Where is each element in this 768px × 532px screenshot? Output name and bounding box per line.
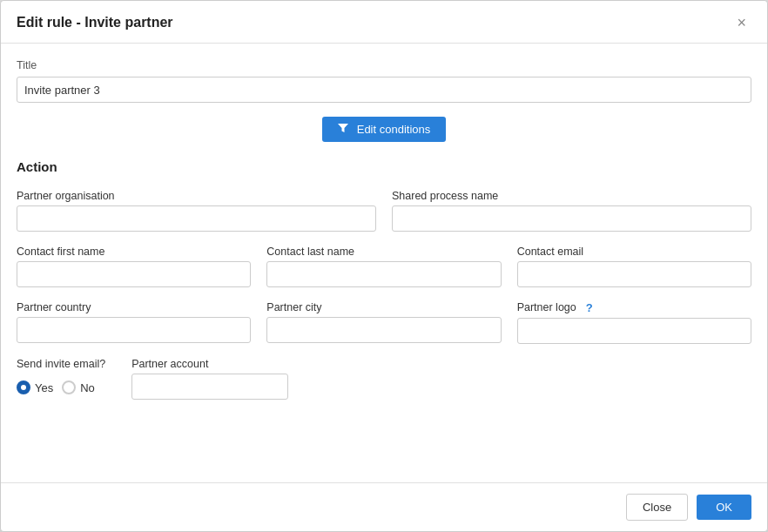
modal-header: Edit rule - Invite partner ×	[1, 1, 767, 44]
filter-icon	[338, 123, 348, 136]
ok-button[interactable]: OK	[697, 495, 751, 520]
form-row-2: Contact first name Contact last name Con…	[17, 246, 751, 287]
contact-last-name-label: Contact last name	[266, 246, 501, 258]
partner-organisation-label: Partner organisation	[17, 190, 376, 202]
send-invite-no-option[interactable]: No	[62, 380, 95, 394]
title-section: Title	[17, 59, 751, 103]
partner-organisation-input[interactable]	[17, 205, 376, 232]
modal-footer: Close OK	[1, 482, 767, 531]
partner-logo-col: Partner logo ?	[517, 301, 751, 344]
partner-organisation-col: Partner organisation	[17, 190, 376, 232]
contact-first-name-col: Contact first name	[17, 246, 251, 287]
partner-logo-label: Partner logo ?	[517, 301, 751, 314]
contact-email-label: Contact email	[517, 246, 751, 258]
close-x-button[interactable]: ×	[731, 13, 751, 32]
action-heading: Action	[17, 159, 751, 174]
shared-process-name-label: Shared process name	[392, 190, 751, 202]
send-invite-radio-group: Yes No	[17, 380, 105, 394]
contact-email-col: Contact email	[517, 246, 751, 287]
title-input[interactable]	[17, 77, 751, 103]
partner-country-input[interactable]	[17, 317, 251, 343]
modal-title: Edit rule - Invite partner	[17, 15, 173, 30]
svg-marker-0	[338, 124, 348, 132]
close-button[interactable]: Close	[626, 494, 688, 521]
shared-process-name-input[interactable]	[392, 205, 751, 232]
no-radio-circle	[62, 380, 76, 394]
send-invite-left: Send invite email? Yes No	[17, 358, 105, 394]
edit-conditions-label: Edit conditions	[357, 123, 431, 136]
send-invite-label: Send invite email?	[17, 358, 105, 370]
modal-body: Title Edit conditions Action Partner org…	[1, 44, 767, 482]
form-row-3: Partner country Partner city Partner log…	[17, 301, 751, 344]
partner-logo-input[interactable]	[517, 318, 751, 344]
edit-conditions-button[interactable]: Edit conditions	[322, 117, 447, 142]
partner-city-input[interactable]	[266, 317, 501, 343]
partner-city-col: Partner city	[266, 301, 501, 344]
partner-logo-help-icon[interactable]: ?	[583, 301, 596, 314]
form-row-1: Partner organisation Shared process name	[17, 190, 751, 232]
send-invite-yes-option[interactable]: Yes	[17, 380, 53, 394]
partner-account-input[interactable]	[131, 374, 288, 400]
partner-account-label: Partner account	[131, 358, 288, 370]
yes-radio-circle	[17, 380, 30, 394]
partner-city-label: Partner city	[266, 301, 501, 313]
send-invite-row: Send invite email? Yes No Partner accoun…	[17, 358, 751, 400]
contact-first-name-label: Contact first name	[17, 246, 251, 258]
edit-conditions-row: Edit conditions	[17, 117, 751, 142]
edit-rule-modal: Edit rule - Invite partner × Title Edit …	[0, 0, 768, 532]
no-label: No	[80, 381, 95, 394]
partner-country-col: Partner country	[17, 301, 251, 344]
contact-last-name-col: Contact last name	[266, 246, 501, 287]
contact-email-input[interactable]	[517, 261, 751, 287]
partner-country-label: Partner country	[17, 301, 251, 313]
shared-process-name-col: Shared process name	[392, 190, 751, 232]
yes-label: Yes	[35, 381, 53, 394]
contact-first-name-input[interactable]	[17, 261, 251, 287]
partner-account-col: Partner account	[131, 358, 288, 400]
title-label: Title	[17, 59, 751, 71]
contact-last-name-input[interactable]	[266, 261, 501, 287]
